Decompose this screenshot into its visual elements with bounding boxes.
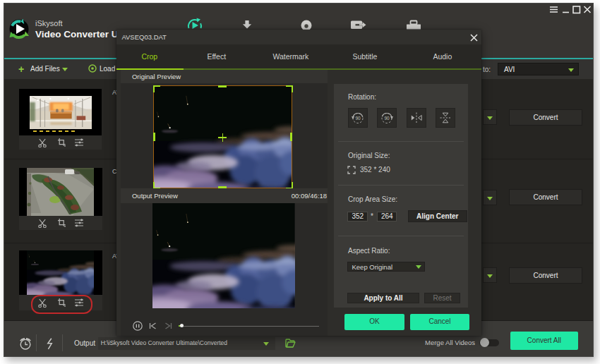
svg-text:90: 90 (355, 116, 361, 121)
svg-text:90: 90 (385, 116, 390, 121)
